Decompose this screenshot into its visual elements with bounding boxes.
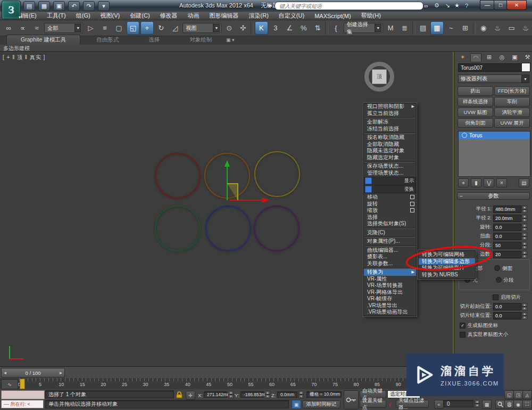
modifier-stack-list[interactable]: Torus (458, 131, 530, 177)
object-color-swatch[interactable] (521, 63, 530, 72)
ribbon-panel-title[interactable]: 多边形建模 (3, 45, 30, 51)
quad-menu-item[interactable]: ▶ (365, 133, 415, 134)
orbit-icon[interactable]: ◉ (513, 400, 523, 409)
quad-menu-item[interactable]: 保存场景状态... ▶ (364, 163, 416, 170)
time-tag-icon[interactable]: ▣ (292, 400, 301, 409)
zoom-icon[interactable] (495, 400, 505, 409)
undo-icon[interactable]: ↶ (68, 1, 80, 11)
viewcube[interactable]: 顶 (364, 62, 394, 92)
spinner-control[interactable]: ▲▼ (522, 233, 527, 240)
window-crossing-icon[interactable]: ◱ ▼ (127, 21, 139, 35)
go-to-start-icon[interactable]: « (434, 400, 444, 409)
select-and-manipulate-icon[interactable]: ✣ ▼ (237, 21, 250, 35)
select-and-move-icon[interactable]: + ▼ (140, 21, 153, 35)
maximize-button[interactable]: □ (494, 0, 508, 10)
ribbon-tab[interactable]: Graphite 建模工具 (6, 35, 80, 45)
select-object-icon[interactable]: ▷ ▼ (84, 21, 97, 35)
select-and-rotate-icon[interactable]: ↻ ▼ (155, 21, 168, 35)
quad-menu-item[interactable]: 隐藏选定对象 ▶ (364, 154, 416, 161)
parameter-value-field[interactable]: 20 (493, 251, 521, 258)
quad-menu-item[interactable]: .VR场景动画导出 ▶ (364, 309, 416, 316)
wrench-icon[interactable]: ⚙ (432, 2, 442, 10)
ribbon-tab[interactable]: 对象绘制 (176, 35, 226, 45)
quad-menu-item[interactable]: VR-网格体导出 ▶ (364, 289, 416, 296)
viewcube-top-face[interactable]: 顶 (372, 69, 387, 84)
render-production-icon[interactable]: ♨ ▼ (519, 21, 532, 35)
slice-from-field[interactable]: 0.0 (493, 303, 521, 310)
application-menu-logo[interactable]: Ɜ (2, 1, 21, 19)
communication-center-icon[interactable]: ↘ (443, 2, 452, 10)
menu-item[interactable]: MAXScript(M) (314, 13, 351, 19)
quad-menu-item[interactable]: 视口照明和阴影 ▶ (364, 103, 416, 110)
close-button[interactable]: ✕ (506, 0, 527, 10)
absolute-offset-toggle-icon[interactable]: ✛ (186, 391, 195, 400)
menu-item[interactable]: 帮助(H) (361, 12, 381, 20)
remove-modifier-icon[interactable]: × (496, 178, 507, 187)
modifier-list-dropdown[interactable]: 修改器列表 ▼ (458, 75, 529, 83)
new-file-icon[interactable]: ▤ (23, 1, 35, 11)
ribbon-minimize-icon[interactable]: ▣ ▾ (226, 37, 235, 44)
spinner-control[interactable]: ▲▼ (522, 242, 527, 249)
create-tab-icon[interactable]: ✶ (458, 53, 468, 61)
menu-item[interactable]: 渲染(R) (249, 12, 269, 20)
percent-snap-icon[interactable]: % ▼ (297, 21, 310, 35)
parameter-value-field[interactable]: 480.0mm (493, 206, 521, 213)
quad-menu-item[interactable]: VR-场景转换器 ▶ (364, 282, 416, 289)
toolbar-button[interactable]: ▼ (412, 22, 415, 35)
quad-menu-item[interactable]: 转换为 ▶ (364, 269, 416, 276)
torus-green[interactable] (155, 206, 201, 251)
make-unique-icon[interactable]: ⋁ (484, 178, 494, 187)
menu-item[interactable]: 创建(C) (130, 12, 149, 20)
quad-menu-item[interactable]: ▶ (365, 161, 415, 162)
previous-frame-icon[interactable]: ◄ (2, 371, 9, 375)
quad-menu-item[interactable]: VR-帧缓存 ▶ (364, 296, 416, 302)
modifier-button[interactable]: 倒角剖面 (458, 118, 493, 128)
menu-item[interactable]: 图形编辑器 (210, 12, 239, 20)
help-icon[interactable]: ? (462, 2, 471, 10)
unlink-selection-icon[interactable]: ∝ ▼ (16, 21, 29, 35)
add-time-tag-button[interactable]: 添加时间标记 (302, 400, 340, 408)
spinner-control[interactable]: ▲▼ (475, 400, 480, 407)
quad-menu-item[interactable]: ▶ (365, 117, 415, 118)
selection-filter-dropdown[interactable]: 全部 ▼ (44, 23, 83, 33)
menu-item[interactable]: 动画 (188, 12, 200, 20)
mirror-icon[interactable]: M ▼ (384, 21, 397, 35)
time-slider-track[interactable]: ◄ 0 / 100 ► (0, 367, 453, 379)
maxscript-mini-listener[interactable] (1, 390, 45, 399)
time-configuration-icon[interactable]: ▦ (482, 400, 492, 409)
named-selection-set-dropdown[interactable]: 创建选择集 ▼ (344, 23, 383, 33)
select-and-link-icon[interactable]: ∞ ▼ (2, 21, 15, 35)
quad-menu-item[interactable]: ▶ (365, 245, 415, 247)
generate-uv-checkbox[interactable]: ✓ (460, 323, 466, 329)
search-collapse-icon[interactable]: ▶ (269, 3, 272, 8)
quad-menu-item[interactable]: 旋转 ▶ (364, 201, 416, 208)
modify-tab-icon[interactable]: ◠ (470, 53, 481, 62)
quad-menu-item[interactable]: 孤立当前选择 ▶ (364, 110, 416, 117)
quad-menu-item[interactable]: ▶ (365, 267, 415, 268)
spinner-control[interactable]: ▲▼ (228, 391, 234, 398)
mini-curve-editor-button[interactable]: ∿ (1, 379, 18, 389)
utilities-tab-icon[interactable]: ⚒ (522, 53, 532, 61)
modifier-button[interactable]: UVW 展开 (494, 118, 530, 128)
set-key-button[interactable]: 设置关键点 (360, 400, 386, 408)
submenu-item[interactable]: 转换为可编辑多边形 (419, 258, 475, 265)
spinner-control[interactable]: ▲▼ (522, 303, 527, 310)
menu-item[interactable]: 修改器 (160, 12, 178, 20)
bind-to-space-warp-icon[interactable]: ≈ ▼ (30, 21, 43, 35)
quad-menu-item[interactable]: VR-属性 ▶ (364, 276, 416, 283)
spinner-control[interactable]: ▲▼ (522, 251, 527, 258)
quad-menu-item[interactable]: 关联参数... ▶ (364, 260, 416, 267)
quad-menu-item[interactable]: 对象属性(P)... ▶ (364, 238, 416, 245)
hierarchy-tab-icon[interactable]: ⊞ (484, 53, 494, 61)
quad-menu-item[interactable]: 全部取消隐藏 ▶ (364, 141, 416, 148)
settings-box-icon[interactable] (410, 202, 414, 206)
settings-box-icon[interactable] (410, 195, 414, 199)
zoom-extents-all-icon[interactable]: ◳ (513, 390, 523, 399)
quick-access-more-icon[interactable]: ▾ (98, 1, 110, 11)
display-tab-icon[interactable]: ▣ (510, 53, 520, 61)
torus-yellow[interactable] (254, 151, 300, 197)
render-setup-icon[interactable]: ♨ ▼ (491, 21, 504, 35)
field-of-view-icon[interactable]: ◬ (522, 390, 532, 399)
submenu-item[interactable]: 转换为可编辑网格 (419, 251, 475, 258)
modifier-button[interactable]: 涡轮平滑 (494, 108, 530, 117)
